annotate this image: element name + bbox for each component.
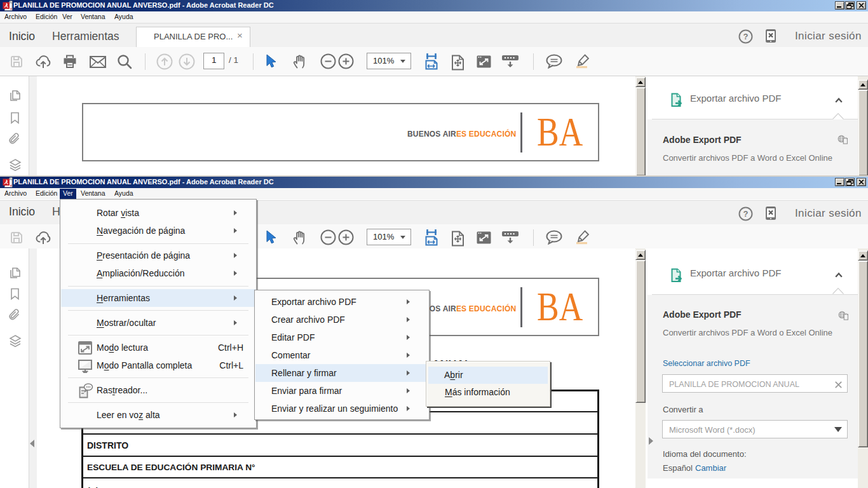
svg-text:?: ? (743, 209, 749, 219)
svg-text:?: ? (743, 32, 749, 41)
